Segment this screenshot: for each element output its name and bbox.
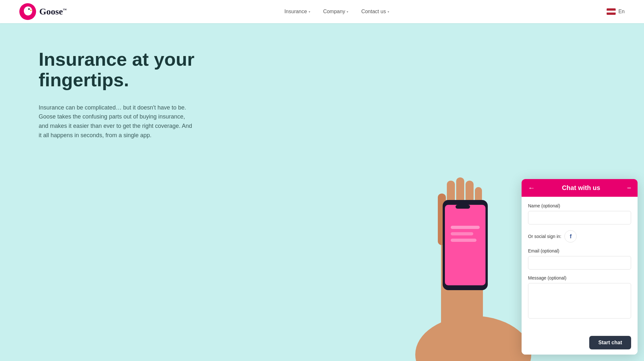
navbar: Goose™ Insurance ▾ Company ▾ Contact us …: [0, 0, 644, 23]
message-input[interactable]: [528, 283, 631, 318]
nav-item-insurance[interactable]: Insurance ▾: [284, 9, 310, 14]
message-form-group: Message (optional): [528, 275, 631, 320]
hero-subtext: Insurance can be complicated… but it doe…: [39, 103, 193, 140]
name-input[interactable]: [528, 211, 631, 224]
svg-rect-14: [445, 205, 485, 285]
social-signin-label: Or social sign in:: [528, 234, 561, 239]
facebook-signin-button[interactable]: f: [564, 230, 577, 242]
chevron-down-icon: ▾: [309, 10, 310, 14]
hero-text: Insurance at your fingertips. Insurance …: [39, 49, 194, 140]
start-chat-button[interactable]: Start chat: [589, 336, 631, 349]
email-input[interactable]: [528, 256, 631, 270]
chat-body: Name (optional) Or social sign in: f Ema…: [522, 197, 638, 332]
language-selector[interactable]: En: [607, 8, 625, 15]
facebook-icon: f: [570, 233, 572, 240]
logo-icon: [19, 3, 36, 20]
social-signin-row: Or social sign in: f: [528, 230, 631, 242]
svg-point-5: [29, 9, 30, 9]
chat-title: Chat with us: [535, 184, 627, 192]
svg-rect-18: [456, 205, 470, 209]
svg-rect-15: [451, 226, 480, 229]
phone-hand-illustration: [380, 136, 541, 361]
email-form-group: Email (optional): [528, 248, 631, 270]
chat-widget: ← Chat with us − Name (optional) Or soci…: [522, 179, 638, 355]
name-label: Name (optional): [528, 203, 631, 208]
svg-rect-17: [451, 239, 476, 242]
hero-heading: Insurance at your fingertips.: [39, 49, 194, 90]
message-label: Message (optional): [528, 275, 631, 280]
phone-mockup: [418, 161, 522, 361]
chevron-down-icon: ▾: [347, 10, 348, 14]
logo-text: Goose™: [39, 6, 67, 17]
nav-item-company[interactable]: Company ▾: [323, 9, 348, 14]
chat-minimize-button[interactable]: −: [627, 185, 631, 192]
chat-header: ← Chat with us −: [522, 179, 638, 197]
us-flag-icon: [607, 8, 616, 15]
nav-links: Insurance ▾ Company ▾ Contact us ▾: [284, 9, 389, 14]
chat-back-button[interactable]: ←: [528, 185, 535, 192]
svg-point-2: [26, 7, 31, 12]
chevron-down-icon: ▾: [388, 10, 389, 14]
nav-item-contact[interactable]: Contact us ▾: [361, 9, 389, 14]
name-form-group: Name (optional): [528, 203, 631, 224]
chat-footer: Start chat: [522, 332, 638, 355]
email-label: Email (optional): [528, 248, 631, 253]
lang-label: En: [618, 9, 625, 14]
svg-rect-16: [451, 232, 473, 235]
logo[interactable]: Goose™: [19, 3, 67, 20]
